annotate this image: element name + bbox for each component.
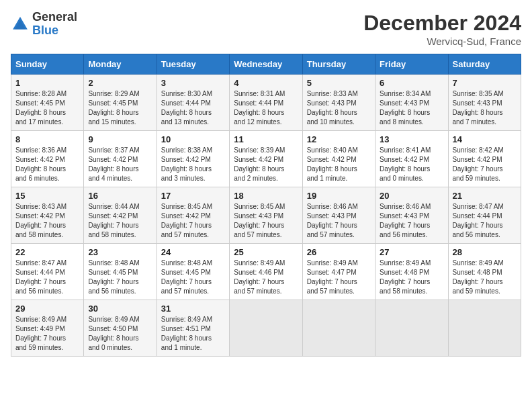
calendar-day-2: 2Sunrise: 8:29 AMSunset: 4:45 PMDaylight…	[84, 75, 157, 131]
calendar-day-17: 17Sunrise: 8:45 AMSunset: 4:42 PMDayligh…	[157, 187, 229, 244]
calendar-week-1: 8Sunrise: 8:36 AMSunset: 4:42 PMDaylight…	[11, 131, 521, 187]
calendar-body: 1Sunrise: 8:28 AMSunset: 4:45 PMDaylight…	[11, 75, 521, 357]
calendar-day-30: 30Sunrise: 8:49 AMSunset: 4:50 PMDayligh…	[84, 300, 157, 357]
logo-line1: General	[32, 11, 77, 24]
calendar-day-6: 6Sunrise: 8:34 AMSunset: 4:43 PMDaylight…	[375, 75, 448, 131]
calendar-day-20: 20Sunrise: 8:46 AMSunset: 4:43 PMDayligh…	[375, 187, 448, 244]
calendar-day-11: 11Sunrise: 8:39 AMSunset: 4:42 PMDayligh…	[230, 131, 302, 187]
calendar-day-13: 13Sunrise: 8:41 AMSunset: 4:42 PMDayligh…	[375, 131, 448, 187]
calendar-day-9: 9Sunrise: 8:37 AMSunset: 4:42 PMDaylight…	[84, 131, 157, 187]
col-wednesday: Wednesday	[230, 54, 302, 75]
col-monday: Monday	[84, 54, 157, 75]
calendar-day-23: 23Sunrise: 8:48 AMSunset: 4:45 PMDayligh…	[84, 244, 157, 300]
calendar-day-16: 16Sunrise: 8:44 AMSunset: 4:42 PMDayligh…	[84, 187, 157, 244]
calendar-day-1: 1Sunrise: 8:28 AMSunset: 4:45 PMDaylight…	[11, 75, 84, 131]
calendar-day-25: 25Sunrise: 8:49 AMSunset: 4:46 PMDayligh…	[230, 244, 302, 300]
calendar-day-12: 12Sunrise: 8:40 AMSunset: 4:42 PMDayligh…	[302, 131, 375, 187]
logo-line2: Blue	[32, 24, 77, 38]
col-tuesday: Tuesday	[157, 54, 229, 75]
calendar-header: Sunday Monday Tuesday Wednesday Thursday…	[11, 54, 521, 75]
calendar-week-2: 15Sunrise: 8:43 AMSunset: 4:42 PMDayligh…	[11, 187, 521, 244]
calendar-day-empty	[230, 300, 302, 357]
calendar-day-27: 27Sunrise: 8:49 AMSunset: 4:48 PMDayligh…	[375, 244, 448, 300]
calendar-week-0: 1Sunrise: 8:28 AMSunset: 4:45 PMDaylight…	[11, 75, 521, 131]
calendar-day-22: 22Sunrise: 8:47 AMSunset: 4:44 PMDayligh…	[11, 244, 84, 300]
calendar-day-26: 26Sunrise: 8:49 AMSunset: 4:47 PMDayligh…	[302, 244, 375, 300]
header-row: Sunday Monday Tuesday Wednesday Thursday…	[11, 54, 521, 75]
calendar-day-19: 19Sunrise: 8:46 AMSunset: 4:43 PMDayligh…	[302, 187, 375, 244]
calendar-day-21: 21Sunrise: 8:47 AMSunset: 4:44 PMDayligh…	[448, 187, 521, 244]
col-saturday: Saturday	[448, 54, 521, 75]
calendar-day-8: 8Sunrise: 8:36 AMSunset: 4:42 PMDaylight…	[11, 131, 84, 187]
calendar-day-14: 14Sunrise: 8:42 AMSunset: 4:42 PMDayligh…	[448, 131, 521, 187]
logo-icon	[11, 15, 30, 34]
calendar-day-7: 7Sunrise: 8:35 AMSunset: 4:43 PMDaylight…	[448, 75, 521, 131]
calendar-day-5: 5Sunrise: 8:33 AMSunset: 4:43 PMDaylight…	[302, 75, 375, 131]
page-title: December 2024	[363, 11, 521, 36]
calendar-day-15: 15Sunrise: 8:43 AMSunset: 4:42 PMDayligh…	[11, 187, 84, 244]
calendar-week-3: 22Sunrise: 8:47 AMSunset: 4:44 PMDayligh…	[11, 244, 521, 300]
calendar-day-empty	[448, 300, 521, 357]
logo-text: General Blue	[32, 11, 77, 38]
calendar-day-10: 10Sunrise: 8:38 AMSunset: 4:42 PMDayligh…	[157, 131, 229, 187]
col-sunday: Sunday	[11, 54, 84, 75]
calendar-day-18: 18Sunrise: 8:45 AMSunset: 4:43 PMDayligh…	[230, 187, 302, 244]
calendar-week-4: 29Sunrise: 8:49 AMSunset: 4:49 PMDayligh…	[11, 300, 521, 357]
calendar-day-29: 29Sunrise: 8:49 AMSunset: 4:49 PMDayligh…	[11, 300, 84, 357]
calendar-day-3: 3Sunrise: 8:30 AMSunset: 4:44 PMDaylight…	[157, 75, 229, 131]
title-block: December 2024 Wervicq-Sud, France	[363, 11, 521, 47]
calendar-table: Sunday Monday Tuesday Wednesday Thursday…	[11, 54, 521, 357]
page-subtitle: Wervicq-Sud, France	[363, 36, 521, 47]
calendar-day-28: 28Sunrise: 8:49 AMSunset: 4:48 PMDayligh…	[448, 244, 521, 300]
logo: General Blue	[11, 11, 77, 38]
calendar-day-31: 31Sunrise: 8:49 AMSunset: 4:51 PMDayligh…	[157, 300, 229, 357]
page-header: General Blue December 2024 Wervicq-Sud, …	[11, 11, 521, 47]
calendar-day-24: 24Sunrise: 8:48 AMSunset: 4:45 PMDayligh…	[157, 244, 229, 300]
calendar-day-empty	[375, 300, 448, 357]
calendar-day-4: 4Sunrise: 8:31 AMSunset: 4:44 PMDaylight…	[230, 75, 302, 131]
col-thursday: Thursday	[302, 54, 375, 75]
calendar-day-empty	[302, 300, 375, 357]
col-friday: Friday	[375, 54, 448, 75]
